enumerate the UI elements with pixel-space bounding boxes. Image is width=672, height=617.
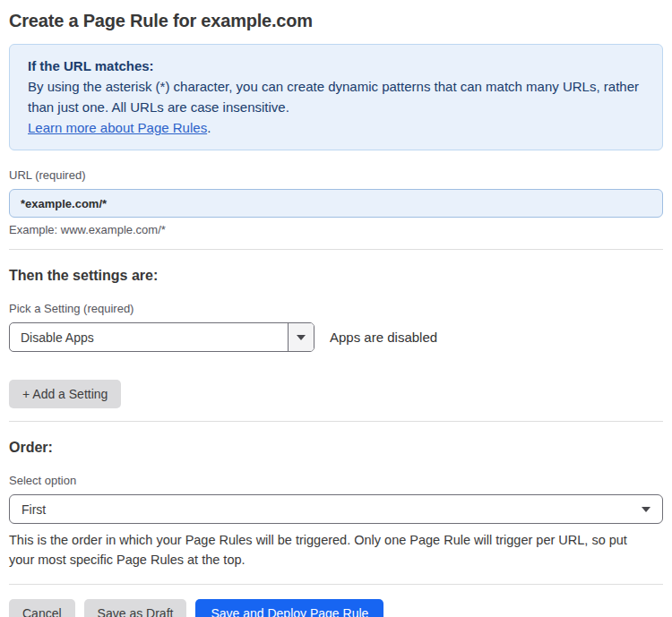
page-rule-form: Create a Page Rule for example.com If th… — [9, 11, 663, 617]
settings-section-heading: Then the settings are: — [9, 268, 663, 284]
save-draft-button[interactable]: Save as Draft — [84, 599, 187, 617]
add-setting-button[interactable]: + Add a Setting — [9, 380, 121, 408]
pick-setting-label: Pick a Setting (required) — [9, 302, 663, 315]
setting-select-value: Disable Apps — [10, 323, 288, 351]
info-box-link-line: Learn more about Page Rules. — [28, 117, 644, 138]
cancel-button[interactable]: Cancel — [9, 599, 75, 617]
chevron-down-icon — [288, 323, 314, 351]
footer-divider — [9, 584, 663, 585]
setting-status-text: Apps are disabled — [330, 330, 437, 345]
setting-select[interactable]: Disable Apps — [9, 322, 314, 352]
order-section-heading: Order: — [9, 440, 663, 456]
order-select[interactable]: First — [9, 494, 663, 524]
learn-more-link[interactable]: Learn more about Page Rules — [28, 120, 207, 135]
link-suffix: . — [207, 120, 211, 135]
url-input[interactable] — [9, 189, 663, 218]
order-select-label: Select option — [9, 474, 663, 487]
info-box-heading: If the URL matches: — [28, 56, 644, 76]
section-divider — [9, 421, 663, 422]
page-title: Create a Page Rule for example.com — [9, 11, 663, 31]
url-field-label: URL (required) — [9, 168, 663, 182]
setting-row: Disable Apps Apps are disabled — [9, 322, 663, 352]
save-deploy-button[interactable]: Save and Deploy Page Rule — [195, 599, 383, 617]
footer-actions: Cancel Save as Draft Save and Deploy Pag… — [9, 599, 663, 617]
order-help-text: This is the order in which your Page Rul… — [9, 530, 656, 570]
section-divider — [9, 249, 663, 250]
order-select-value: First — [22, 502, 46, 517]
info-box-body: By using the asterisk (*) character, you… — [28, 76, 644, 117]
url-example-helper: Example: www.example.com/* — [9, 223, 663, 236]
url-match-info-box: If the URL matches: By using the asteris… — [9, 44, 663, 150]
chevron-down-icon — [642, 507, 650, 512]
